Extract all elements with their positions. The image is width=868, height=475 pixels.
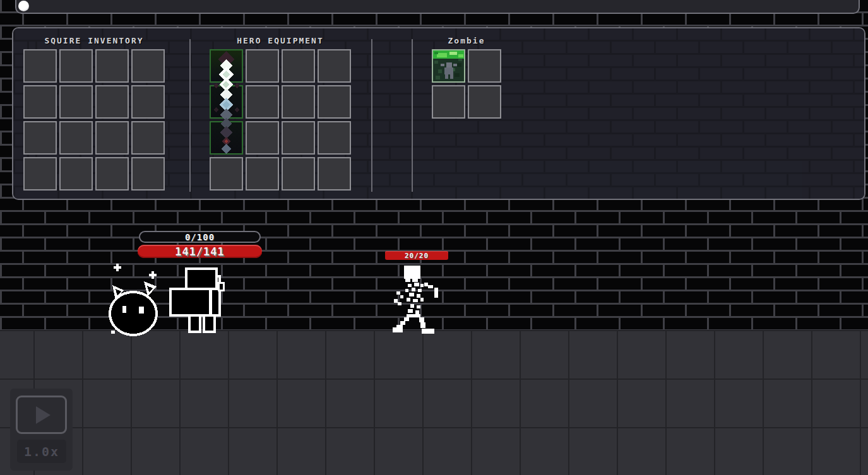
zombie-item-icon[interactable] xyxy=(433,50,467,84)
hero-xp-bar: 0/100 xyxy=(139,231,261,243)
squire-inventory-title: SQUIRE INVENTORY xyxy=(23,36,165,45)
equipment-slot[interactable] xyxy=(210,157,243,191)
inventory-slot[interactable] xyxy=(59,157,93,191)
equipment-slot[interactable] xyxy=(246,85,279,119)
enemy-hp-bar: 20/20 xyxy=(385,251,448,260)
inventory-slot[interactable] xyxy=(23,85,57,119)
zombie-skeleton-character xyxy=(391,264,443,337)
zombie-title: Zombie xyxy=(432,36,501,45)
brick-row xyxy=(0,238,868,252)
equipment-slot[interactable] xyxy=(318,49,351,83)
equipment-slot[interactable] xyxy=(282,49,315,83)
top-bar xyxy=(15,0,860,14)
equipment-slot[interactable] xyxy=(282,121,315,155)
inventory-slot[interactable] xyxy=(131,121,165,155)
equipment-slot[interactable] xyxy=(282,157,315,191)
inventory-slot[interactable] xyxy=(95,121,129,155)
zombie-slot[interactable] xyxy=(468,85,501,119)
equipment-slot[interactable] xyxy=(246,157,279,191)
zombie-grid xyxy=(432,49,501,119)
brick-row xyxy=(0,199,868,212)
section-divider xyxy=(412,39,413,192)
hero-hp-label: 141/141 xyxy=(175,245,225,258)
inventory-slot[interactable] xyxy=(59,121,93,155)
equipment-slot[interactable] xyxy=(282,85,315,119)
play-icon xyxy=(36,406,51,424)
equipment-slot[interactable] xyxy=(318,157,351,191)
inventory-slot[interactable] xyxy=(59,85,93,119)
inventory-slot[interactable] xyxy=(131,157,165,191)
speed-button[interactable]: 1.0x xyxy=(17,440,66,463)
game-stage: SQUIRE INVENTORY HERO EQUIPMENT xyxy=(0,0,868,475)
inventory-slot[interactable] xyxy=(23,49,57,83)
hero-knight-character xyxy=(168,266,227,334)
inventory-slot[interactable] xyxy=(95,49,129,83)
zombie-slot[interactable] xyxy=(432,85,465,119)
brick-row xyxy=(0,13,868,26)
inventory-panel: SQUIRE INVENTORY HERO EQUIPMENT xyxy=(12,27,865,200)
hero-hp-bar: 141/141 xyxy=(138,245,262,258)
squire-inventory-grid xyxy=(23,49,165,191)
enemy-hp-label: 20/20 xyxy=(405,252,429,260)
equipment-slot[interactable] xyxy=(246,49,279,83)
sword-item-icon[interactable] xyxy=(210,49,243,155)
inventory-slot[interactable] xyxy=(131,49,165,83)
equipment-slot[interactable] xyxy=(318,121,351,155)
floor-grid xyxy=(0,330,868,475)
equipment-slot[interactable] xyxy=(318,85,351,119)
inventory-slot[interactable] xyxy=(95,85,129,119)
zombie-slot[interactable] xyxy=(468,49,501,83)
speed-label: 1.0x xyxy=(24,444,59,459)
section-divider xyxy=(371,39,372,192)
play-button[interactable] xyxy=(16,396,67,434)
inventory-slot[interactable] xyxy=(59,49,93,83)
equipment-slot[interactable] xyxy=(246,121,279,155)
brick-row xyxy=(0,212,868,225)
inventory-slot[interactable] xyxy=(23,121,57,155)
playback-controls: 1.0x xyxy=(10,389,73,471)
inventory-slot[interactable] xyxy=(23,157,57,191)
hero-equipment-grid xyxy=(210,49,351,191)
inventory-slot[interactable] xyxy=(131,85,165,119)
inventory-slot[interactable] xyxy=(95,157,129,191)
orb-icon[interactable] xyxy=(18,1,29,11)
section-divider xyxy=(189,39,191,192)
brick-row xyxy=(0,225,868,238)
hero-equipment-title: HERO EQUIPMENT xyxy=(210,36,351,45)
hero-xp-label: 0/100 xyxy=(185,232,215,242)
squire-blob-character xyxy=(107,262,160,337)
